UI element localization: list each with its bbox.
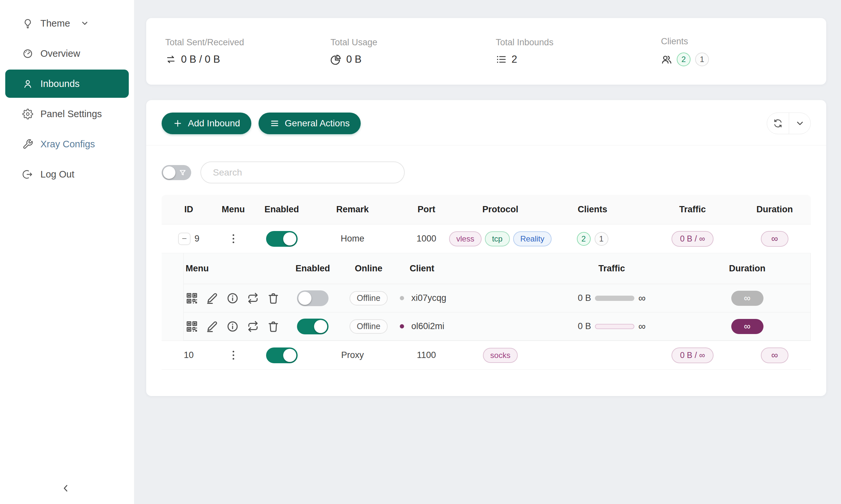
sidebar-item-panel-settings[interactable]: Panel Settings (5, 100, 129, 128)
delete-icon[interactable] (267, 292, 279, 305)
refresh-icon (773, 119, 783, 128)
id-cell: 10 (161, 350, 216, 360)
inbound-enabled-toggle[interactable] (266, 347, 298, 363)
duration-pill: ∞ (761, 347, 789, 363)
client-status-dot (400, 324, 404, 328)
gear-icon (22, 109, 33, 120)
filter-toggle[interactable] (161, 165, 191, 180)
stat-label: Total Usage (330, 37, 496, 48)
client-status-dot (400, 296, 404, 300)
sidebar-item-inbounds[interactable]: Inbounds (5, 70, 129, 98)
client-duration-pill: ∞ (731, 319, 763, 334)
sidebar-item-label: Xray Configs (40, 139, 95, 150)
client-row: Offline xi07ycqg 0 B ∞ (184, 284, 810, 312)
traffic-pill: 0 B / ∞ (671, 231, 714, 247)
chevron-down-icon (795, 119, 805, 128)
inbounds-table: ID Menu Enabled Remark Port Protocol Cli… (161, 195, 811, 370)
client-enabled-toggle[interactable] (297, 319, 328, 335)
delete-icon[interactable] (267, 320, 279, 333)
subcolumn-header-traffic: Traffic (538, 264, 686, 274)
sidebar-item-xray-configs[interactable]: Xray Configs (5, 130, 129, 158)
qr-code-icon[interactable] (186, 320, 198, 333)
toggle-knob (298, 292, 311, 305)
funnel-icon (178, 169, 187, 177)
sidebar-item-label: Theme (40, 18, 70, 29)
inbounds-card: Add Inbound General Actions (146, 100, 826, 396)
client-duration-pill: ∞ (731, 291, 763, 306)
inbound-enabled-toggle[interactable] (266, 231, 298, 247)
list-icon (496, 54, 507, 65)
subcolumn-header-online: Online (337, 264, 400, 274)
transmission-tag: tcp (485, 231, 510, 247)
inbound-row: 10 Proxy 1100 socks 0 B / ∞ (161, 341, 811, 370)
toggle-knob (283, 232, 296, 246)
auto-refresh-dropdown-button[interactable] (789, 113, 810, 134)
inbound-row: − 9 Home 1000 vless tcp Reality (161, 224, 811, 253)
client-enabled-toggle[interactable] (297, 290, 328, 306)
stat-label: Total Sent/Received (165, 37, 330, 48)
row-menu-button[interactable] (230, 232, 236, 245)
stat-value: 0 B / 0 B (181, 53, 220, 65)
sidebar-item-label: Panel Settings (40, 109, 102, 120)
stat-total-sent-received: Total Sent/Received 0 B / 0 B (165, 37, 330, 65)
online-status-badge: Offline (349, 291, 388, 305)
sidebar-item-log-out[interactable]: Log Out (5, 160, 129, 188)
edit-icon[interactable] (206, 292, 219, 305)
general-actions-button[interactable]: General Actions (259, 112, 361, 134)
subcolumn-header-enabled: Enabled (288, 264, 337, 274)
stats-card: Total Sent/Received 0 B / 0 B Total Usag… (146, 18, 826, 85)
column-header-remark: Remark (313, 204, 392, 215)
traffic-pill: 0 B / ∞ (671, 347, 714, 363)
toggle-knob (314, 320, 327, 333)
inbound-id: 9 (194, 234, 200, 244)
subcolumn-header-client: Client (400, 264, 538, 274)
refresh-button[interactable] (767, 113, 789, 134)
subcolumn-header-menu: Menu (184, 264, 288, 274)
sidebar: Theme Overview Inbounds Panel Settings (0, 0, 134, 504)
expanded-clients-section: Menu Enabled Online Client Traffic Durat… (161, 253, 811, 341)
clients-deactive-badge: 1 (695, 53, 709, 66)
inbound-id: 10 (184, 350, 193, 360)
toolbar: Add Inbound General Actions (161, 112, 811, 134)
stat-clients: Clients 2 1 (661, 36, 826, 66)
sidebar-item-theme[interactable]: Theme (5, 9, 129, 37)
traffic-progress-bar (595, 324, 634, 329)
collapse-row-button[interactable]: − (178, 233, 191, 245)
row-menu-button[interactable] (230, 349, 236, 362)
info-icon[interactable] (226, 320, 239, 333)
logout-icon (22, 169, 33, 180)
column-header-duration: Duration (740, 204, 809, 215)
traffic-used: 0 B (578, 293, 591, 303)
reset-traffic-icon[interactable] (247, 292, 259, 305)
info-icon[interactable] (226, 292, 239, 305)
traffic-used: 0 B (578, 321, 591, 331)
add-inbound-button[interactable]: Add Inbound (161, 112, 251, 134)
inbound-port: 1100 (392, 350, 461, 360)
qr-code-icon[interactable] (186, 292, 198, 305)
column-header-menu: Menu (216, 204, 251, 215)
pie-chart-icon (330, 54, 342, 65)
sidebar-item-label: Inbounds (40, 78, 80, 89)
table-header-row: ID Menu Enabled Remark Port Protocol Cli… (161, 195, 811, 224)
column-header-traffic: Traffic (645, 204, 740, 215)
sidebar-item-label: Overview (40, 48, 80, 59)
subcolumn-header-duration: Duration (686, 264, 809, 274)
wrench-icon (22, 139, 33, 150)
traffic-limit: ∞ (638, 321, 646, 332)
edit-icon[interactable] (206, 320, 219, 333)
people-icon (661, 54, 672, 65)
traffic-progress-bar (595, 295, 634, 301)
refresh-split-button (767, 112, 811, 134)
traffic-limit: ∞ (638, 292, 646, 304)
column-header-enabled: Enabled (251, 204, 313, 215)
online-status-badge: Offline (349, 319, 388, 334)
gauge-icon (22, 48, 33, 59)
sidebar-collapse-button[interactable] (56, 479, 75, 498)
toggle-knob (283, 349, 296, 362)
stat-value: 0 B (346, 53, 362, 65)
inbound-remark: Proxy (313, 350, 392, 360)
search-input[interactable] (201, 161, 405, 183)
sidebar-item-overview[interactable]: Overview (5, 39, 129, 68)
reset-traffic-icon[interactable] (247, 320, 259, 333)
column-header-protocol: Protocol (461, 204, 540, 215)
